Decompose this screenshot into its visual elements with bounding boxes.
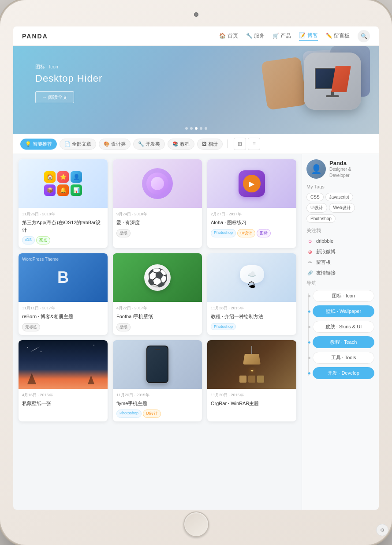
card-tag-icon[interactable]: 图标 [257, 229, 271, 237]
nav-item-dev-label[interactable]: 开发 · Develop [313, 367, 374, 379]
filter-tutorial[interactable]: 📚 教程 [168, 139, 194, 150]
nav-blog[interactable]: 📝 博客 [299, 32, 317, 41]
article-card-6[interactable]: ☁️ 🌤 11月28日 · 2015年 教程 · 介绍一种绘制方法 Photos… [207, 253, 296, 335]
card-date-4: 11月11日 · 2017年 [22, 305, 104, 311]
card-tag-ios[interactable]: iOS [22, 236, 35, 244]
follow-friends[interactable]: 🔗 友情链接 [306, 269, 374, 276]
article-card-7[interactable]: 4月16日 · 2016年 私藏壁纸一张 [19, 340, 108, 422]
nav-service[interactable]: 🔧 服务 [246, 32, 265, 40]
filter-smart[interactable]: 💡 智能推荐 [20, 139, 57, 150]
nav-guestbook[interactable]: ✏️ 留言板 [326, 32, 350, 40]
card-tag-notag[interactable]: 无标签 [22, 323, 40, 331]
nav-item-tutorial-label[interactable]: 教程 · Teach [313, 336, 374, 348]
tag-web[interactable]: Web设计 [329, 203, 355, 213]
tag-ps[interactable]: Photoshop [306, 214, 336, 223]
lamp-cord [251, 346, 252, 355]
nav-item-icon-label[interactable]: 图标 · Icon [313, 290, 374, 302]
app-icon-3: 👤 [71, 171, 82, 183]
grid-view-btn[interactable]: ⊞ [234, 138, 246, 150]
card-tag-highlight[interactable]: 亮点 [36, 236, 50, 244]
articles-grid: 🏠 ⭐ 👤 📦 🔔 📊 11月26日 · 2018年 第三方App(寄点)在iO… [19, 159, 296, 421]
card-title-4: reBorn · 博客&相册主题 [22, 313, 104, 320]
card-tag-wallpaper2[interactable]: 壁纸 [116, 323, 131, 331]
nav-section: 导航 图标 · Icon 壁纸 · Wallpaper 皮肤 · Skins &… [306, 280, 374, 379]
hero-banner: 图标 · Icon Desktop Hider → 阅读全文 [13, 46, 379, 134]
hero-dot-3[interactable] [195, 127, 198, 130]
avatar: 👤 [306, 159, 326, 179]
card-thumb-1: 🏠 ⭐ 👤 📦 🔔 📊 [19, 159, 108, 208]
card-thumb-2 [113, 159, 202, 208]
app-icon-5: 🔔 [57, 184, 69, 196]
card-thumb-8 [113, 340, 202, 389]
hero-dot-2[interactable] [190, 127, 193, 130]
link-icon: 🔗 [306, 269, 314, 276]
hero-dot-4[interactable] [200, 127, 202, 130]
card-tags-4: 无标签 [22, 323, 104, 331]
search-icon[interactable]: 🔍 [358, 30, 370, 42]
filter-bar: 💡 智能推荐 📄 全部文章 🎨 设计类 🔧 开发类 📚 教程 🖼 相册 ⊞ ≡ [13, 134, 379, 154]
navbar: PANDA 🏠 🏠 首页首页 🔧 服务 🛒 产品 📝 博客 ✏️ 留言板 🔍 [13, 26, 379, 46]
tag-ui[interactable]: Ui设计 [306, 203, 327, 213]
article-card-1[interactable]: 🏠 ⭐ 👤 📦 🔔 📊 11月26日 · 2018年 第三方App(寄点)在iO… [19, 159, 108, 248]
hero-dots [185, 127, 207, 130]
card-title-3: Aloha · 图标练习 [211, 219, 293, 226]
card-tags-6: Photoshop [211, 323, 293, 330]
article-card-4[interactable]: WordPress Theme B 11月11日 · 2017年 reBorn … [19, 253, 108, 335]
nav-item-dev: 开发 · Develop [313, 367, 374, 379]
nav-item-skin: 皮肤 · Skins & UI [313, 321, 374, 333]
follow-dribbble[interactable]: ⊙ dribbble [306, 237, 374, 244]
card-tags-3: Photoshop UI设计 图标 [211, 229, 293, 237]
card-title-7: 私藏壁纸一张 [22, 400, 104, 407]
filter-design[interactable]: 🎨 设计类 [99, 139, 131, 150]
follow-guestbook-label: 留言板 [316, 259, 331, 266]
article-card-2[interactable]: 9月24日 · 2018年 爱 · 有深度 壁纸 [113, 159, 202, 248]
guestbook-icon: ✏ [306, 259, 314, 266]
card-tag-ps3[interactable]: Photoshop [116, 410, 142, 418]
card-tag-ps2[interactable]: Photoshop [211, 323, 236, 330]
hero-dot-5[interactable] [205, 127, 207, 130]
follow-guestbook[interactable]: ✏ 留言板 [306, 259, 374, 266]
nav-item-tools-label[interactable]: 工具 · Tools [313, 352, 374, 364]
love-visual [140, 166, 175, 201]
card-body-9: 11月20日 · 2015年 OrgRar · WinRAR主题 [207, 389, 296, 413]
card-tag-ui1[interactable]: UI设计 [237, 229, 255, 237]
nav-item-tutorial: 教程 · Teach [313, 336, 374, 348]
filter-dev[interactable]: 🔧 开发类 [133, 139, 165, 150]
nav-links: 🏠 🏠 首页首页 🔧 服务 🛒 产品 📝 博客 ✏️ 留言板 🔍 [219, 30, 370, 42]
nav-item-skin-label[interactable]: 皮肤 · Skins & UI [313, 321, 374, 333]
app-icon-2: ⭐ [57, 171, 69, 183]
article-card-5[interactable]: ⚽ 4月22日 · 2017年 Football手机壁纸 壁纸 [113, 253, 202, 335]
card-tag-wallpaper1[interactable]: 壁纸 [116, 229, 131, 237]
article-card-9[interactable]: ✦ 11月20日 · 2015年 OrgRar [207, 340, 296, 422]
nav-item-wallpaper-label[interactable]: 壁纸 · Wallpaper [313, 305, 374, 317]
card-date-9: 11月20日 · 2015年 [211, 392, 293, 398]
football-emoji: ⚽ [146, 267, 168, 288]
monitor-icon [315, 68, 350, 94]
list-view-btn[interactable]: ≡ [248, 138, 260, 150]
bootstrap-logo: B [57, 268, 69, 287]
nav-product[interactable]: 🛒 产品 [273, 32, 291, 40]
card-date-1: 11月26日 · 2018年 [22, 211, 104, 217]
hero-dot-1[interactable] [185, 127, 188, 130]
article-card-3[interactable]: ▶ 2月27日 · 2017年 Aloha · 图标练习 Photoshop U… [207, 159, 296, 248]
card-thumb-3: ▶ [207, 159, 296, 208]
card-tags-5: 壁纸 [116, 323, 198, 331]
nav-section-title: 导航 [306, 280, 374, 286]
nav-home[interactable]: 🏠 🏠 首页首页 [219, 32, 238, 40]
filter-all[interactable]: 📄 全部文章 [60, 139, 96, 150]
tag-js[interactable]: Javascript [325, 193, 353, 201]
mountain-icon-2 [88, 376, 94, 384]
filter-album[interactable]: 🖼 相册 [197, 139, 223, 150]
sidebar: 👤 Panda Designer &Developer My Tags CSS … [302, 154, 379, 510]
tag-css[interactable]: CSS [306, 193, 324, 201]
card-tag-ui2[interactable]: UI设计 [143, 410, 161, 418]
article-card-8[interactable]: 11月20日 · 2015年 flyme手机主题 Photoshop UI设计 [113, 340, 202, 422]
card-tag-ps1[interactable]: Photoshop [211, 229, 236, 237]
card-body-5: 4月22日 · 2017年 Football手机壁纸 壁纸 [113, 302, 202, 335]
ios-icons: 🏠 ⭐ 👤 📦 🔔 📊 [41, 168, 86, 199]
card-date-6: 11月28日 · 2015年 [211, 305, 293, 311]
follow-weibo[interactable]: ◎ 新浪微博 [306, 248, 374, 255]
home-button[interactable] [183, 511, 209, 537]
hero-read-btn[interactable]: → 阅读全文 [35, 91, 74, 103]
card-date-3: 2月27日 · 2017年 [211, 211, 293, 217]
